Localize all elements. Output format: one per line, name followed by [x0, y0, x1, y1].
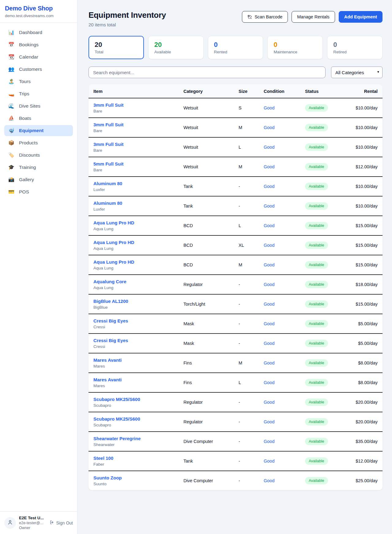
nav-icon: ⛵ — [8, 116, 15, 121]
condition-link[interactable]: Good — [264, 243, 274, 248]
sidebar-item-products[interactable]: 📦 Products — [4, 137, 73, 148]
stat-card-total[interactable]: 20 Total — [89, 36, 144, 59]
stat-value: 0 — [214, 41, 257, 49]
condition-link[interactable]: Good — [264, 184, 274, 189]
condition-link[interactable]: Good — [264, 282, 274, 287]
table-row: Aluminum 80 Luxfer Tank - Good Available… — [89, 196, 383, 216]
item-brand: Bare — [93, 148, 183, 153]
item-name-link[interactable]: Aluminum 80 — [93, 200, 183, 206]
item-category: Dive Computer — [183, 432, 239, 451]
item-size: XL — [239, 235, 264, 255]
item-name-link[interactable]: Steel 100 — [93, 456, 183, 461]
condition-link[interactable]: Good — [264, 164, 274, 169]
stat-card-retired[interactable]: 0 Retired — [327, 36, 383, 59]
item-size: - — [239, 294, 264, 314]
condition-link[interactable]: Good — [264, 400, 274, 405]
sidebar-item-gallery[interactable]: 📸 Gallery — [4, 174, 73, 185]
item-name-link[interactable]: Aqualung Core — [93, 279, 183, 284]
item-name-link[interactable]: Aluminum 80 — [93, 181, 183, 186]
item-name-link[interactable]: BigBlue AL1200 — [93, 299, 183, 304]
sidebar-item-dive-sites[interactable]: 🌊 Dive Sites — [4, 101, 73, 112]
sidebar-item-bookings[interactable]: 📅 Bookings — [4, 39, 73, 50]
table-row: Aqua Lung Pro HD Aqua Lung BCD L Good Av… — [89, 216, 383, 235]
table-row: Cressi Big Eyes Cressi Mask - Good Avail… — [89, 314, 383, 334]
item-category: Wetsuit — [183, 98, 239, 118]
item-brand: Bare — [93, 109, 183, 113]
condition-link[interactable]: Good — [264, 419, 274, 424]
item-name-link[interactable]: Aqua Lung Pro HD — [93, 240, 183, 245]
item-name-link[interactable]: Cressi Big Eyes — [93, 318, 183, 323]
sidebar-item-customers[interactable]: 👥 Customers — [4, 64, 73, 75]
status-badge: Available — [305, 399, 328, 406]
table-row: 3mm Full Suit Bare Wetsuit L Good Availa… — [89, 137, 383, 157]
nav-icon: 🤿 — [8, 128, 15, 133]
condition-link[interactable]: Good — [264, 262, 274, 267]
sidebar-item-boats[interactable]: ⛵ Boats — [4, 113, 73, 124]
nav-label: Customers — [19, 67, 42, 72]
condition-link[interactable]: Good — [264, 478, 274, 483]
item-name-link[interactable]: Scubapro MK25/S600 — [93, 397, 183, 402]
item-name-link[interactable]: Aqua Lung Pro HD — [93, 220, 183, 225]
table-row: Mares Avanti Mares Fins L Good Available… — [89, 373, 383, 392]
item-name-link[interactable]: Aqua Lung Pro HD — [93, 259, 183, 265]
condition-link[interactable]: Good — [264, 380, 274, 385]
nav-label: Gallery — [19, 177, 34, 182]
item-name-link[interactable]: Mares Avanti — [93, 377, 183, 382]
sidebar-item-discounts[interactable]: 🏷️ Discounts — [4, 150, 73, 161]
table-row: Shearwater Peregrine Shearwater Dive Com… — [89, 432, 383, 451]
condition-link[interactable]: Good — [264, 439, 274, 444]
column-header-size: Size — [239, 84, 264, 98]
condition-link[interactable]: Good — [264, 321, 274, 326]
condition-link[interactable]: Good — [264, 459, 274, 463]
status-badge: Available — [305, 340, 328, 347]
item-name-link[interactable]: Cressi Big Eyes — [93, 338, 183, 343]
nav-icon: 🏝️ — [8, 79, 15, 84]
item-size: M — [239, 255, 264, 275]
nav-icon: 🌊 — [8, 104, 15, 109]
sidebar-item-calendar[interactable]: 📆 Calendar — [4, 51, 73, 63]
item-name-link[interactable]: Mares Avanti — [93, 357, 183, 363]
stat-card-rented[interactable]: 0 Rented — [208, 36, 263, 59]
condition-link[interactable]: Good — [264, 302, 274, 307]
item-name-link[interactable]: Suunto Zoop — [93, 475, 183, 480]
equipment-table: Item Category Size Condition Status Rent… — [89, 84, 383, 490]
category-select[interactable]: All Categories — [331, 67, 383, 78]
condition-link[interactable]: Good — [264, 360, 274, 365]
item-brand: Aqua Lung — [93, 266, 183, 270]
sidebar-item-equipment[interactable]: 🤿 Equipment — [4, 125, 73, 136]
sidebar-item-tours[interactable]: 🏝️ Tours — [4, 76, 73, 87]
condition-link[interactable]: Good — [264, 223, 274, 228]
sign-out-button[interactable]: Sign Out — [50, 520, 73, 526]
rental-price: $10.00/day — [356, 184, 378, 189]
condition-link[interactable]: Good — [264, 125, 274, 130]
item-name-link[interactable]: 3mm Full Suit — [93, 102, 183, 108]
stat-card-available[interactable]: 20 Available — [148, 36, 204, 59]
add-equipment-button[interactable]: Add Equipment — [339, 11, 383, 23]
item-size: L — [239, 216, 264, 235]
condition-link[interactable]: Good — [264, 105, 274, 110]
sidebar-item-pos[interactable]: 💳 POS — [4, 186, 73, 197]
item-brand: Luxfer — [93, 187, 183, 192]
status-badge: Available — [305, 222, 328, 229]
item-name-link[interactable]: Scubapro MK25/S600 — [93, 416, 183, 421]
table-row: Mares Avanti Mares Fins M Good Available… — [89, 353, 383, 373]
item-brand: Mares — [93, 383, 183, 388]
item-name-link[interactable]: 3mm Full Suit — [93, 142, 183, 147]
item-name-link[interactable]: 3mm Full Suit — [93, 122, 183, 127]
sidebar-item-dashboard[interactable]: 📊 Dashboard — [4, 27, 73, 38]
condition-link[interactable]: Good — [264, 204, 274, 208]
item-brand: Bare — [93, 168, 183, 172]
sidebar-item-trips[interactable]: 🚤 Trips — [4, 88, 73, 99]
sidebar-item-training[interactable]: 🎓 Training — [4, 162, 73, 173]
item-name-link[interactable]: Shearwater Peregrine — [93, 436, 183, 441]
item-name-link[interactable]: 5mm Full Suit — [93, 161, 183, 166]
manage-rentals-button[interactable]: Manage Rentals — [292, 11, 335, 23]
scan-barcode-button[interactable]: Scan Barcode — [242, 11, 288, 23]
condition-link[interactable]: Good — [264, 341, 274, 346]
table-row: Aluminum 80 Luxfer Tank - Good Available… — [89, 177, 383, 196]
nav-label: Training — [19, 165, 36, 170]
search-input[interactable] — [89, 67, 326, 78]
stat-card-maintenance[interactable]: 0 Maintenance — [267, 36, 323, 59]
condition-link[interactable]: Good — [264, 145, 274, 150]
status-badge: Available — [305, 104, 328, 112]
